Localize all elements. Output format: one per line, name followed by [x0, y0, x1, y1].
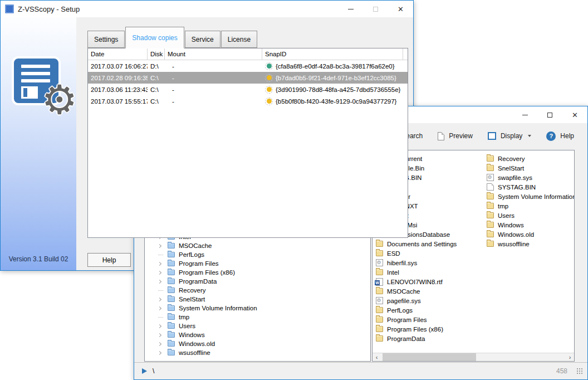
file-item[interactable]: Recovery	[487, 154, 573, 163]
folder-icon	[376, 269, 383, 275]
tree-line	[158, 317, 166, 318]
file-item-label: LENOVOI7WIN8.rtf	[387, 279, 443, 285]
horizontal-scrollbar[interactable]: ‹ ›	[373, 353, 574, 361]
file-item[interactable]: PerfLogs	[376, 305, 483, 315]
desktop: Z-VSScopy - Setup ✕ ⚙ Version 3.1 Build …	[0, 0, 588, 380]
expander[interactable]	[158, 307, 166, 310]
maximize-button[interactable]	[363, 1, 388, 17]
file-item[interactable]: MSOCache	[376, 286, 483, 296]
display-menu-button[interactable]: Display	[488, 132, 531, 140]
folder-icon	[487, 155, 494, 162]
tab-license[interactable]: License	[221, 31, 257, 48]
column-header-disk[interactable]: Disk	[148, 48, 165, 60]
file-item[interactable]: ProgramData	[376, 334, 483, 343]
status-dot	[267, 64, 272, 69]
tree-item[interactable]: MSOCache	[145, 241, 370, 250]
file-item[interactable]: tmp	[487, 201, 573, 211]
file-item[interactable]: SYSTAG.BIN	[487, 182, 573, 192]
tree-item-label: ProgramData	[179, 278, 217, 285]
help-button[interactable]: ? Help	[546, 131, 574, 141]
table-row[interactable]: 2017.02.28 09:16:35C:\-{b7dad0b5-9f21-4d…	[88, 72, 408, 84]
file-item[interactable]: Program Files	[376, 315, 483, 324]
file-item-label: Windows.old	[498, 231, 534, 238]
column-header-date[interactable]: Date	[88, 48, 148, 60]
maximize-button[interactable]	[537, 106, 562, 123]
tree-item[interactable]: PerfLogs	[145, 250, 370, 259]
table-row[interactable]: 2017.03.07 16:06:27D:\-{cfa8a6f8-e0df-42…	[88, 60, 408, 72]
tree-item[interactable]: SnelStart	[145, 295, 370, 304]
file-item-label: System Volume Information	[498, 193, 575, 200]
chevron-right-icon	[158, 243, 161, 247]
folder-icon	[487, 241, 494, 247]
row-disk: C:\	[148, 98, 165, 105]
file-item[interactable]: Intel	[376, 267, 483, 277]
scroll-right-icon[interactable]: ›	[566, 353, 574, 361]
help-button[interactable]: Help	[87, 253, 131, 267]
expander[interactable]	[158, 245, 166, 247]
tree-item[interactable]: Windows	[145, 330, 370, 339]
column-header-snapid[interactable]: SnapID	[262, 48, 403, 60]
tree-item-label: Program Files (x86)	[179, 269, 235, 276]
file-item[interactable]: wsusoffline	[487, 239, 573, 249]
scrollbar-thumb[interactable]	[383, 353, 476, 361]
minimize-button[interactable]	[512, 106, 537, 123]
close-button[interactable]: ✕	[562, 106, 587, 123]
file-item[interactable]: System Volume Information	[487, 192, 573, 201]
maximize-icon	[373, 7, 378, 12]
file-item-label: ESD	[387, 250, 400, 257]
row-date: 2017.03.06 11:23:43	[88, 86, 148, 93]
tree-item[interactable]: System Volume Information	[145, 304, 370, 313]
expander[interactable]	[158, 343, 166, 345]
tree-item[interactable]: Windows.old	[145, 339, 370, 348]
tree-item[interactable]: tmp	[145, 313, 370, 321]
file-item-label: SYSTAG.BIN	[498, 184, 536, 191]
tree-item[interactable]: Recovery	[145, 286, 370, 295]
resize-grip[interactable]	[576, 368, 583, 374]
tree-item-label: Program Files	[179, 260, 219, 267]
file-item[interactable]: swapfile.sys	[487, 173, 573, 182]
preview-button[interactable]: Preview	[438, 132, 473, 140]
tab-service[interactable]: Service	[185, 31, 220, 48]
folder-icon	[168, 296, 175, 302]
file-item[interactable]: hiberfil.sys	[376, 258, 483, 267]
tree-item[interactable]: wsusoffline	[145, 348, 370, 357]
expander[interactable]	[158, 352, 166, 354]
chevron-right-icon	[158, 297, 161, 301]
setup-body: ⚙ Version 3.1 Build 02 Settings Shadow c…	[1, 17, 413, 270]
file-item[interactable]: pagefile.sys	[376, 296, 483, 305]
file-item[interactable]: Windows.old	[487, 230, 573, 239]
file-item[interactable]: LENOVOI7WIN8.rtf	[376, 277, 483, 286]
folder-icon	[168, 261, 175, 266]
close-button[interactable]: ✕	[388, 1, 413, 17]
folder-icon	[487, 212, 494, 218]
expander[interactable]	[158, 334, 166, 337]
tab-shadow-copies[interactable]: Shadow copies	[125, 27, 184, 48]
file-item[interactable]: Users	[487, 211, 573, 220]
file-item[interactable]: Documents and Settings	[376, 239, 483, 249]
scroll-left-icon[interactable]: ‹	[373, 353, 381, 361]
expander[interactable]	[158, 271, 166, 274]
expander[interactable]	[158, 298, 166, 301]
table-row[interactable]: 2017.03.06 11:23:43C:\-{3d901990-78d8-48…	[88, 84, 408, 95]
tree-item[interactable]: Program Files (x86)	[145, 268, 370, 277]
file-item[interactable]: Program Files (x86)	[376, 324, 483, 334]
file-item[interactable]: Windows	[487, 220, 573, 230]
tree-item[interactable]: Program Files	[145, 259, 370, 268]
expander[interactable]	[158, 325, 166, 328]
tab-settings[interactable]: Settings	[87, 31, 125, 48]
expander[interactable]	[158, 280, 166, 283]
tree-item[interactable]: ProgramData	[145, 277, 370, 286]
path-arrow-icon	[142, 368, 147, 374]
table-row[interactable]: 2017.03.07 15:55:17C:\-{b5b0f80b-f420-43…	[88, 95, 408, 107]
file-item-label: hiberfil.sys	[387, 260, 417, 266]
tree-item[interactable]: Users	[145, 321, 370, 330]
column-header-mount[interactable]: Mount	[165, 48, 262, 60]
file-item[interactable]: SnelStart	[487, 163, 573, 173]
folder-icon	[168, 270, 175, 275]
status-dot	[267, 99, 272, 104]
system-file-icon	[376, 297, 383, 304]
file-item[interactable]: ESD	[376, 249, 483, 258]
expander[interactable]	[158, 262, 166, 265]
row-mount: -	[165, 98, 262, 105]
minimize-button[interactable]	[338, 1, 363, 17]
